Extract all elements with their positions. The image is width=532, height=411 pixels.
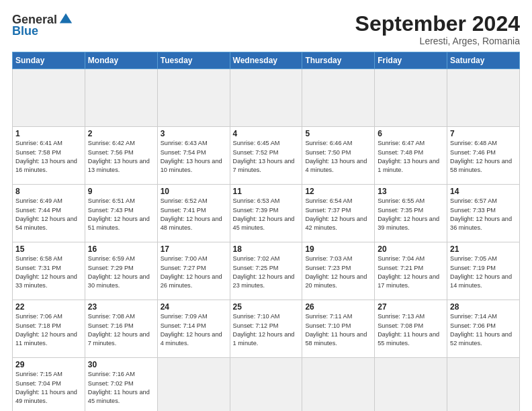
day-number: 25 (233, 302, 300, 312)
day-number: 23 (88, 302, 154, 312)
table-row (375, 358, 447, 411)
table-row: 10 Sunrise: 6:52 AMSunset: 7:41 PMDaylig… (157, 185, 230, 242)
day-info: Sunrise: 6:41 AMSunset: 7:58 PMDaylight:… (15, 139, 82, 175)
day-number: 20 (378, 244, 444, 254)
table-row (157, 358, 230, 411)
col-thursday: Thursday (302, 52, 375, 69)
table-row: 3 Sunrise: 6:43 AMSunset: 7:54 PMDayligh… (157, 127, 230, 185)
calendar-table: Sunday Monday Tuesday Wednesday Thursday… (12, 52, 520, 411)
day-number: 11 (233, 187, 300, 196)
table-row (85, 69, 157, 127)
day-info: Sunrise: 7:05 AMSunset: 7:19 PMDaylight:… (450, 255, 517, 290)
day-info: Sunrise: 7:00 AMSunset: 7:27 PMDaylight:… (161, 255, 227, 290)
table-row: 8 Sunrise: 6:49 AMSunset: 7:44 PMDayligh… (13, 185, 85, 242)
table-row: 24 Sunrise: 7:09 AMSunset: 7:14 PMDaylig… (157, 300, 230, 358)
logo-icon (58, 12, 73, 27)
table-row: 1 Sunrise: 6:41 AMSunset: 7:58 PMDayligh… (13, 127, 85, 185)
table-row: 29 Sunrise: 7:15 AMSunset: 7:04 PMDaylig… (13, 358, 85, 411)
table-row (230, 69, 302, 127)
col-sunday: Sunday (13, 52, 85, 69)
day-number: 1 (15, 129, 82, 138)
day-info: Sunrise: 6:46 AMSunset: 7:50 PMDaylight:… (305, 139, 371, 175)
day-number: 29 (15, 360, 82, 369)
month-title: September 2024 (355, 12, 520, 36)
day-info: Sunrise: 7:03 AMSunset: 7:23 PMDaylight:… (305, 255, 371, 290)
table-row: 9 Sunrise: 6:51 AMSunset: 7:43 PMDayligh… (85, 185, 157, 242)
day-number: 14 (450, 187, 517, 196)
table-row: 5 Sunrise: 6:46 AMSunset: 7:50 PMDayligh… (302, 127, 375, 185)
col-wednesday: Wednesday (230, 52, 302, 69)
col-friday: Friday (375, 52, 447, 69)
day-info: Sunrise: 7:09 AMSunset: 7:14 PMDaylight:… (161, 312, 227, 348)
table-row: 27 Sunrise: 7:13 AMSunset: 7:08 PMDaylig… (375, 300, 447, 358)
calendar-week-row: 15 Sunrise: 6:58 AMSunset: 7:31 PMDaylig… (13, 242, 520, 300)
day-info: Sunrise: 7:11 AMSunset: 7:10 PMDaylight:… (305, 312, 371, 348)
day-number: 3 (161, 129, 227, 138)
day-info: Sunrise: 6:58 AMSunset: 7:31 PMDaylight:… (15, 255, 82, 290)
day-info: Sunrise: 6:47 AMSunset: 7:48 PMDaylight:… (378, 139, 444, 175)
day-number: 5 (305, 129, 371, 138)
table-row: 30 Sunrise: 7:16 AMSunset: 7:02 PMDaylig… (85, 358, 157, 411)
day-number: 8 (15, 187, 82, 196)
day-info: Sunrise: 7:02 AMSunset: 7:25 PMDaylight:… (233, 255, 300, 290)
day-info: Sunrise: 7:13 AMSunset: 7:08 PMDaylight:… (378, 312, 444, 348)
table-row: 20 Sunrise: 7:04 AMSunset: 7:21 PMDaylig… (375, 242, 447, 300)
logo-blue-text: Blue (12, 24, 38, 38)
day-number: 6 (378, 129, 444, 138)
table-row: 16 Sunrise: 6:59 AMSunset: 7:29 PMDaylig… (85, 242, 157, 300)
calendar-week-row: 22 Sunrise: 7:06 AMSunset: 7:18 PMDaylig… (13, 300, 520, 358)
day-info: Sunrise: 6:55 AMSunset: 7:35 PMDaylight:… (378, 197, 444, 232)
day-info: Sunrise: 7:08 AMSunset: 7:16 PMDaylight:… (88, 312, 154, 348)
day-info: Sunrise: 7:15 AMSunset: 7:04 PMDaylight:… (15, 370, 82, 406)
calendar-week-row: 29 Sunrise: 7:15 AMSunset: 7:04 PMDaylig… (13, 358, 520, 411)
day-number: 24 (161, 302, 227, 312)
table-row: 14 Sunrise: 6:57 AMSunset: 7:33 PMDaylig… (447, 185, 520, 242)
table-row: 26 Sunrise: 7:11 AMSunset: 7:10 PMDaylig… (302, 300, 375, 358)
day-number: 2 (88, 129, 154, 138)
table-row (447, 69, 520, 127)
day-number: 27 (378, 302, 444, 312)
location-subtitle: Leresti, Arges, Romania (355, 36, 520, 46)
day-info: Sunrise: 6:54 AMSunset: 7:37 PMDaylight:… (305, 197, 371, 232)
day-info: Sunrise: 6:53 AMSunset: 7:39 PMDaylight:… (233, 197, 300, 232)
day-info: Sunrise: 6:57 AMSunset: 7:33 PMDaylight:… (450, 197, 517, 232)
title-section: September 2024 Leresti, Arges, Romania (355, 12, 520, 46)
table-row (302, 69, 375, 127)
day-info: Sunrise: 6:51 AMSunset: 7:43 PMDaylight:… (88, 197, 154, 232)
day-info: Sunrise: 6:42 AMSunset: 7:56 PMDaylight:… (88, 139, 154, 175)
table-row: 12 Sunrise: 6:54 AMSunset: 7:37 PMDaylig… (302, 185, 375, 242)
table-row: 17 Sunrise: 7:00 AMSunset: 7:27 PMDaylig… (157, 242, 230, 300)
table-row (447, 358, 520, 411)
day-number: 13 (378, 187, 444, 196)
table-row: 6 Sunrise: 6:47 AMSunset: 7:48 PMDayligh… (375, 127, 447, 185)
calendar-week-row: 8 Sunrise: 6:49 AMSunset: 7:44 PMDayligh… (13, 185, 520, 242)
day-info: Sunrise: 7:10 AMSunset: 7:12 PMDaylight:… (233, 312, 300, 348)
day-info: Sunrise: 7:14 AMSunset: 7:06 PMDaylight:… (450, 312, 517, 348)
day-number: 26 (305, 302, 371, 312)
table-row: 19 Sunrise: 7:03 AMSunset: 7:23 PMDaylig… (302, 242, 375, 300)
day-number: 22 (15, 302, 82, 312)
table-row: 15 Sunrise: 6:58 AMSunset: 7:31 PMDaylig… (13, 242, 85, 300)
day-info: Sunrise: 7:06 AMSunset: 7:18 PMDaylight:… (15, 312, 82, 348)
table-row: 25 Sunrise: 7:10 AMSunset: 7:12 PMDaylig… (230, 300, 302, 358)
table-row: 28 Sunrise: 7:14 AMSunset: 7:06 PMDaylig… (447, 300, 520, 358)
day-info: Sunrise: 6:49 AMSunset: 7:44 PMDaylight:… (15, 197, 82, 232)
calendar-week-row (13, 69, 520, 127)
day-info: Sunrise: 6:52 AMSunset: 7:41 PMDaylight:… (161, 197, 227, 232)
table-row: 22 Sunrise: 7:06 AMSunset: 7:18 PMDaylig… (13, 300, 85, 358)
table-row: 23 Sunrise: 7:08 AMSunset: 7:16 PMDaylig… (85, 300, 157, 358)
day-number: 10 (161, 187, 227, 196)
logo: General Blue (12, 12, 73, 38)
day-number: 15 (15, 244, 82, 254)
table-row: 13 Sunrise: 6:55 AMSunset: 7:35 PMDaylig… (375, 185, 447, 242)
table-row: 4 Sunrise: 6:45 AMSunset: 7:52 PMDayligh… (230, 127, 302, 185)
day-info: Sunrise: 7:04 AMSunset: 7:21 PMDaylight:… (378, 255, 444, 290)
table-row: 18 Sunrise: 7:02 AMSunset: 7:25 PMDaylig… (230, 242, 302, 300)
day-number: 7 (450, 129, 517, 138)
day-number: 18 (233, 244, 300, 254)
table-row: 21 Sunrise: 7:05 AMSunset: 7:19 PMDaylig… (447, 242, 520, 300)
table-row (302, 358, 375, 411)
table-row: 2 Sunrise: 6:42 AMSunset: 7:56 PMDayligh… (85, 127, 157, 185)
day-number: 16 (88, 244, 154, 254)
day-number: 17 (161, 244, 227, 254)
